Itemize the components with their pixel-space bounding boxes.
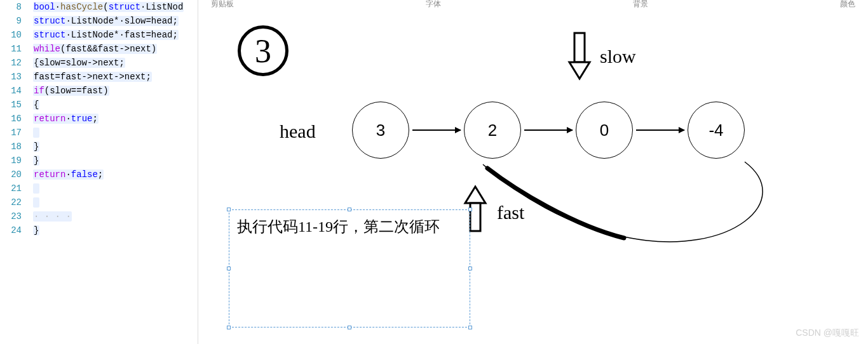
code-text: {slow=slow->next; — [28, 56, 198, 70]
line-number: 12 — [0, 56, 28, 70]
code-line[interactable]: 9struct·ListNode*·slow=head; — [0, 14, 198, 28]
watermark: CSDN @嘎嘎旺 — [796, 327, 859, 339]
caption-text: 执行代码11-19行，第二次循环 — [237, 218, 440, 235]
line-number: 11 — [0, 42, 28, 56]
line-number: 8 — [0, 0, 28, 14]
arrow-right-icon — [412, 129, 461, 131]
svg-marker-2 — [465, 187, 485, 203]
diagram-canvas: 剪贴板 字体 背景 颜色 3 head slow 320-4 — [198, 0, 868, 344]
code-text: struct·ListNode*·fast=head; — [28, 28, 198, 42]
line-number: 24 — [0, 223, 28, 237]
resize-handle[interactable] — [468, 326, 472, 329]
hint-font: 字体 — [426, 0, 441, 5]
list-node: 3 — [352, 102, 409, 159]
code-text: bool·hasCycle(struct·ListNod — [28, 0, 198, 14]
line-number: 15 — [0, 98, 28, 112]
code-line[interactable]: 11while(fast&&fast->next) — [0, 42, 198, 56]
line-number: 20 — [0, 168, 28, 182]
line-number: 13 — [0, 70, 28, 84]
code-text: } — [28, 223, 198, 237]
slow-pointer: slow — [567, 32, 636, 81]
list-node: 0 — [576, 102, 633, 159]
code-line[interactable]: 13fast=fast->next->next; — [0, 70, 198, 84]
code-text: } — [28, 140, 198, 154]
code-text — [28, 195, 198, 209]
code-line[interactable]: 21 — [0, 182, 198, 195]
code-line[interactable]: 12{slow=slow->next; — [0, 56, 198, 70]
code-text: return·true; — [28, 112, 198, 126]
line-number: 22 — [0, 195, 28, 209]
code-line[interactable]: 8bool·hasCycle(struct·ListNod — [0, 0, 198, 14]
code-text: { — [28, 98, 198, 112]
line-number: 18 — [0, 140, 28, 154]
arrow-right-icon — [636, 129, 684, 131]
code-editor: 8bool·hasCycle(struct·ListNod9struct·Lis… — [0, 0, 198, 344]
line-number: 17 — [0, 126, 28, 140]
line-number: 23 — [0, 209, 28, 223]
hint-clipboard: 剪贴板 — [211, 0, 234, 5]
code-line[interactable]: 19} — [0, 154, 198, 168]
caption-textbox[interactable]: 执行代码11-19行，第二次循环 — [229, 209, 470, 327]
resize-handle[interactable] — [227, 267, 231, 270]
arrow-down-icon — [567, 32, 592, 81]
line-number: 16 — [0, 112, 28, 126]
arrow-right-icon — [524, 129, 573, 131]
line-number: 19 — [0, 154, 28, 168]
line-number: 21 — [0, 182, 28, 195]
head-label: head — [280, 121, 316, 142]
code-line[interactable]: 14if(slow==fast) — [0, 84, 198, 98]
code-line[interactable]: 24} — [0, 223, 198, 237]
step-number-badge: 3 — [238, 25, 288, 76]
fast-label: fast — [497, 202, 524, 223]
list-node: 2 — [464, 102, 521, 159]
code-line[interactable]: 22 — [0, 195, 198, 209]
step-number: 3 — [255, 32, 271, 70]
code-text: while(fast&&fast->next) — [28, 42, 198, 56]
code-line[interactable]: 16return·true; — [0, 112, 198, 126]
code-text: fast=fast->next->next; — [28, 70, 198, 84]
code-text — [28, 182, 198, 195]
hint-color: 颜色 — [840, 0, 855, 5]
line-number: 10 — [0, 28, 28, 42]
code-line[interactable]: 15{ — [0, 98, 198, 112]
line-number: 9 — [0, 14, 28, 28]
svg-rect-0 — [574, 33, 585, 62]
code-line[interactable]: 23· · · · — [0, 209, 198, 223]
code-text: return·false; — [28, 168, 198, 182]
code-text: struct·ListNode*·slow=head; — [28, 14, 198, 28]
resize-handle[interactable] — [468, 267, 472, 270]
code-text: if(slow==fast) — [28, 84, 198, 98]
code-line[interactable]: 20return·false; — [0, 168, 198, 182]
code-line[interactable]: 10struct·ListNode*·fast=head; — [0, 28, 198, 42]
resize-handle[interactable] — [348, 208, 351, 211]
resize-handle[interactable] — [468, 208, 472, 211]
slow-label: slow — [600, 46, 636, 67]
resize-handle[interactable] — [227, 326, 231, 329]
resize-handle[interactable] — [348, 326, 351, 329]
code-line[interactable]: 18} — [0, 140, 198, 154]
code-text — [28, 126, 198, 140]
svg-marker-1 — [569, 62, 590, 79]
line-number: 14 — [0, 84, 28, 98]
code-text: · · · · — [28, 209, 198, 223]
code-text: } — [28, 154, 198, 168]
code-line[interactable]: 17 — [0, 126, 198, 140]
toolbar-hints: 剪贴板 字体 背景 颜色 — [211, 0, 855, 5]
resize-handle[interactable] — [227, 208, 231, 211]
list-node: -4 — [688, 102, 745, 159]
hint-background: 背景 — [633, 0, 648, 5]
